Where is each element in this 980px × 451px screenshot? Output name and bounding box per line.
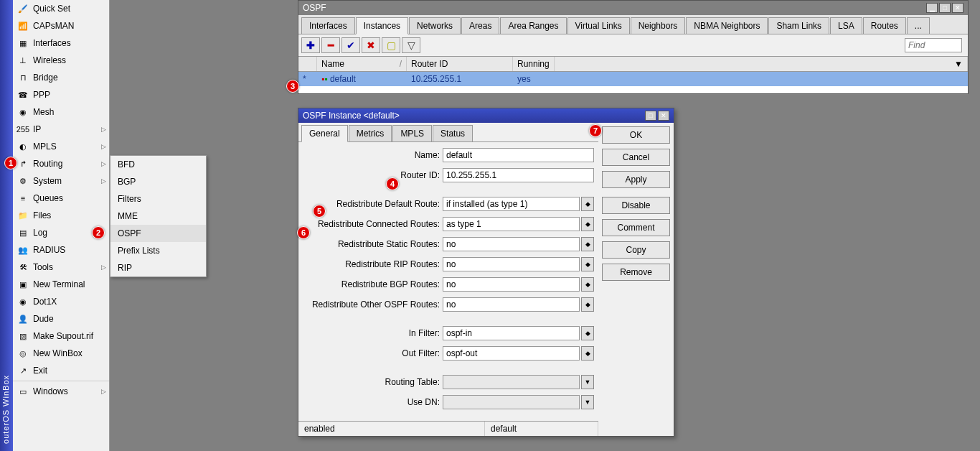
filter-button[interactable]: ▽ xyxy=(402,37,420,53)
col-flag[interactable] xyxy=(298,57,317,71)
menu-item-exit[interactable]: ↗Exit xyxy=(13,362,109,379)
dropdown-redist-connected[interactable]: ◆ xyxy=(581,217,594,231)
submenu-item-rip[interactable]: RIP xyxy=(110,259,206,276)
col-name[interactable]: Name/ xyxy=(317,57,407,71)
enable-button[interactable]: ✔ xyxy=(341,37,360,53)
dropdown-out-filter[interactable]: ◆ xyxy=(581,346,594,361)
dialog-tab-status[interactable]: Status xyxy=(433,125,473,141)
input-router-id[interactable] xyxy=(443,168,594,182)
tab-lsa[interactable]: LSA xyxy=(830,17,862,34)
exit-icon: ↗ xyxy=(17,365,29,376)
menu-item-ppp[interactable]: ☎PPP xyxy=(13,86,109,103)
menu-item-dot1x[interactable]: ◉Dot1X xyxy=(13,293,109,310)
dropdown-redist-rip[interactable]: ◆ xyxy=(581,257,594,271)
select-redist-default[interactable] xyxy=(443,197,580,211)
dropdown-redist-default[interactable]: ◆ xyxy=(581,197,594,211)
dropdown-in-filter[interactable]: ◆ xyxy=(581,326,594,340)
col-running[interactable]: Running xyxy=(513,57,555,71)
select-redist-connected[interactable] xyxy=(443,217,580,231)
input-name[interactable] xyxy=(443,148,594,162)
comment-button[interactable]: ▢ xyxy=(382,37,400,53)
tab-area-ranges[interactable]: Area Ranges xyxy=(500,17,566,34)
menu-label: Queues xyxy=(33,193,63,203)
menu-item-new-winbox[interactable]: ◎New WinBox xyxy=(13,345,109,362)
tab-areas[interactable]: Areas xyxy=(461,17,499,34)
disable-button[interactable]: ✖ xyxy=(362,37,380,53)
system-icon: ⚙ xyxy=(17,175,29,187)
ok-button[interactable]: OK xyxy=(602,126,670,144)
col-dropdown[interactable]: ▼ xyxy=(555,57,968,71)
menu-item-make-supout.rif[interactable]: ▧Make Supout.rif xyxy=(13,327,109,345)
dialog-tab-metrics[interactable]: Metrics xyxy=(349,125,392,141)
select-redist-static[interactable] xyxy=(443,237,580,251)
dropdown-routing-table[interactable]: ▼ xyxy=(581,375,594,389)
find-input[interactable] xyxy=(905,38,962,52)
select-use-dn[interactable] xyxy=(443,395,580,409)
menu-item-ip[interactable]: 255IP▷ xyxy=(13,121,109,138)
row-running: yes xyxy=(513,72,555,86)
submenu-item-mme[interactable]: MME xyxy=(110,208,206,225)
tab-sham-links[interactable]: Sham Links xyxy=(768,17,829,34)
menu-windows[interactable]: ▭ Windows ▷ xyxy=(13,383,109,400)
submenu-item-prefix-lists[interactable]: Prefix Lists xyxy=(110,242,206,259)
select-in-filter[interactable] xyxy=(443,326,580,340)
menu-item-routing[interactable]: ↱Routing▷ xyxy=(13,155,109,172)
ospf-title-bar[interactable]: OSPF ▁ □ ✕ xyxy=(298,1,968,15)
maximize-button[interactable]: □ xyxy=(939,3,951,13)
menu-item-wireless[interactable]: ⊥Wireless xyxy=(13,52,109,69)
submenu-item-bgp[interactable]: BGP xyxy=(110,173,206,190)
menu-item-bridge[interactable]: ⊓Bridge xyxy=(13,69,109,86)
minimize-button[interactable]: ▁ xyxy=(926,3,938,13)
menu-item-interfaces[interactable]: ▦Interfaces xyxy=(13,34,109,52)
dropdown-redist-bgp[interactable]: ◆ xyxy=(581,277,594,292)
menu-item-dude[interactable]: 👤Dude xyxy=(13,310,109,327)
menu-item-mesh[interactable]: ◉Mesh xyxy=(13,103,109,121)
dialog-tab-mpls[interactable]: MPLS xyxy=(392,125,432,141)
menu-item-system[interactable]: ⚙System▷ xyxy=(13,172,109,190)
cancel-button[interactable]: Cancel xyxy=(602,149,670,166)
submenu-item-ospf[interactable]: OSPF xyxy=(110,225,206,242)
menu-item-queues[interactable]: ≡Queues xyxy=(13,190,109,207)
tab-nbma-neighbors[interactable]: NBMA Neighbors xyxy=(686,17,768,34)
remove-button[interactable]: Remove xyxy=(602,264,670,281)
dialog-maximize-button[interactable]: □ xyxy=(645,111,656,121)
menu-item-capsman[interactable]: 📶CAPsMAN xyxy=(13,17,109,34)
instance-dialog-title-bar[interactable]: OSPF Instance <default> □ ✕ xyxy=(298,108,674,123)
tab-interfaces[interactable]: Interfaces xyxy=(301,17,355,34)
close-button[interactable]: ✕ xyxy=(952,3,963,13)
menu-item-quick-set[interactable]: 🖌️Quick Set xyxy=(13,0,109,17)
disable-button[interactable]: Disable xyxy=(602,197,670,214)
select-redist-other[interactable] xyxy=(443,297,580,312)
menu-item-radius[interactable]: 👥RADIUS xyxy=(13,241,109,259)
tab-virtual-links[interactable]: Virtual Links xyxy=(567,17,630,34)
select-out-filter[interactable] xyxy=(443,346,580,361)
instance-row-default[interactable]: * ▪▪ default 10.255.255.1 yes xyxy=(298,72,968,86)
menu-item-tools[interactable]: 🛠Tools▷ xyxy=(13,259,109,276)
menu-item-files[interactable]: 📁Files xyxy=(13,207,109,224)
menu-item-new-terminal[interactable]: ▣New Terminal xyxy=(13,276,109,293)
dropdown-redist-static[interactable]: ◆ xyxy=(581,237,594,251)
tab-neighbors[interactable]: Neighbors xyxy=(631,17,686,34)
apply-button[interactable]: Apply xyxy=(602,171,670,188)
comment-button[interactable]: Comment xyxy=(602,219,670,236)
copy-button[interactable]: Copy xyxy=(602,241,670,259)
submenu-item-filters[interactable]: Filters xyxy=(110,190,206,208)
dropdown-redist-other[interactable]: ◆ xyxy=(581,297,594,312)
ospf-instance-dialog: OSPF Instance <default> □ ✕ GeneralMetri… xyxy=(298,108,674,437)
menu-item-mpls[interactable]: ◐MPLS▷ xyxy=(13,138,109,155)
tab-instances[interactable]: Instances xyxy=(356,17,408,34)
tab-...[interactable]: ... xyxy=(907,17,930,34)
select-redist-bgp[interactable] xyxy=(443,277,580,292)
tab-routes[interactable]: Routes xyxy=(863,17,906,34)
submenu-item-bfd[interactable]: BFD xyxy=(110,156,206,173)
tab-networks[interactable]: Networks xyxy=(409,17,461,34)
col-router-id[interactable]: Router ID xyxy=(407,57,513,71)
dialog-close-button[interactable]: ✕ xyxy=(658,111,669,121)
select-routing-table[interactable] xyxy=(443,375,580,389)
menu-separator xyxy=(13,381,109,381)
remove-button[interactable]: ━ xyxy=(321,37,340,53)
select-redist-rip[interactable] xyxy=(443,257,580,271)
dialog-tab-general[interactable]: General xyxy=(301,125,348,142)
dropdown-use-dn[interactable]: ▼ xyxy=(581,395,594,409)
add-button[interactable]: ✚ xyxy=(301,37,320,53)
